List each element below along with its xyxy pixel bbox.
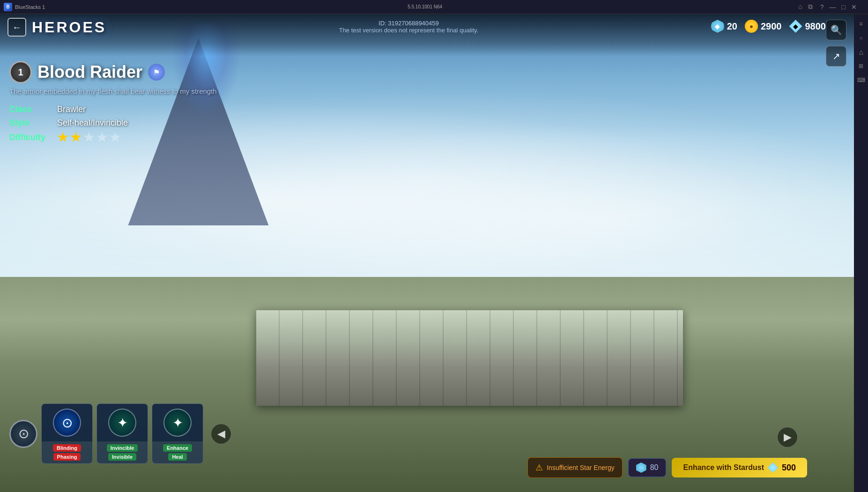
help-icon[interactable]: ? [820,3,824,11]
style-value: Self-heal/Invincible [57,118,128,128]
titlebar: B BlueStacks 1 5.5.10.1001 N64 ⌂ ⧉ ? — □… [0,0,868,14]
gem-value: 20 [727,21,737,32]
top-center: ID: 319270688940459 The test version doe… [106,18,711,34]
skill-3-tags: Enhance Heal [152,441,203,463]
page-title: HEROES [32,19,106,36]
gold-icon: ● [745,20,758,33]
skill-1-icon-area: ⊙ [42,404,92,441]
class-row: Class Brawler [9,104,217,114]
unlock-cost: 500 [782,463,796,473]
test-notice: The test version does not represent the … [339,27,478,34]
nav-section: ← HEROES [7,18,106,37]
unlock-button[interactable]: Enhance with Stardust 500 [672,458,807,477]
sidebar-btn-3[interactable]: △ [855,46,867,58]
hero-stats: Class Brawler Style Self-heal/Invincible… [9,104,217,143]
skill-card-3[interactable]: ✦ Enhance Heal [152,403,203,464]
star-4 [96,132,108,143]
search-button[interactable]: 🔍 [826,20,846,40]
skill-2-icon-area: ✦ [97,404,148,441]
star-2 [70,132,82,143]
gold-value: 2900 [761,21,782,32]
cost-gem-icon [636,462,646,473]
diamond-value: 9800 [805,21,826,32]
class-value: Brawler [57,104,86,114]
star-1 [57,132,68,143]
star-5 [110,132,121,143]
warning-box: ⚠ Insufficient Star Energy [527,457,622,478]
app-title: BlueStacks 1 [15,4,406,10]
sidebar-btn-4[interactable]: ⊞ [855,60,867,72]
hero-description: The armor embedded in my flesh shall bea… [9,87,217,95]
warning-text: Insufficient Star Energy [547,464,614,471]
home-icon[interactable]: ⌂ [798,3,802,11]
top-right-actions: 🔍 ↗ [826,18,846,67]
class-label: Class [9,104,52,114]
close-icon[interactable]: ✕ [851,3,857,11]
sidebar-btn-1[interactable]: ≡ [855,18,867,30]
sidebar-btn-5[interactable]: ⌨ [855,74,867,86]
skill-card-1[interactable]: ⊙ Blinding Phasing [41,403,93,464]
skills-bar: ⊙ ⊙ Blinding Phasing ✦ Invincible Invisi… [9,403,231,464]
currency-bar: ◆ 20 ● 2900 ◆ 9800 [711,18,826,33]
right-sidebar: ≡ ○ △ ⊞ ⌨ [854,14,868,492]
diamond-currency: ◆ 9800 [789,20,826,33]
skill-3-tag-2: Heal [168,453,186,461]
difficulty-stars [57,132,121,143]
share-button[interactable]: ↗ [826,46,846,67]
unlock-label: Enhance with Stardust [683,463,764,472]
gem-icon: ◆ [711,20,724,33]
gem-currency: ◆ 20 [711,20,737,33]
skill-2-tag-2: Invisible [108,453,136,461]
skill-1-icon: ⊙ [53,409,81,437]
titlebar-icons: ⌂ ⧉ [798,3,812,11]
app-version: 5.5.10.1001 N64 [408,4,798,9]
cost-box: 80 [628,458,667,477]
maximize-icon[interactable]: □ [842,3,846,11]
difficulty-label: Difficulty [9,133,52,142]
star-3 [83,132,95,143]
hero-name: Blood Raider [37,62,142,82]
titlebar-right-icons: ? — □ ✕ [820,3,857,11]
skill-1-tag-1: Blinding [53,444,81,452]
top-bar: ← HEROES ID: 319270688940459 The test ve… [0,14,854,56]
gold-currency: ● 2900 [745,20,782,33]
skill-3-icon: ✦ [163,409,192,437]
platform-lines [256,310,683,406]
skill-2-tags: Invincible Invisible [97,441,148,463]
minimize-icon[interactable]: — [830,3,836,11]
skill-2-icon: ✦ [108,409,136,437]
cost-value: 80 [650,463,659,472]
app-icon: B [4,3,12,11]
style-label: Style [9,118,52,128]
skill-1-tag-2: Phasing [53,453,81,461]
user-id: ID: 319270688940459 [378,20,439,27]
back-button[interactable]: ← [7,18,26,37]
game-area: ← HEROES ID: 319270688940459 The test ve… [0,14,854,492]
skill-3-icon-area: ✦ [152,404,203,441]
skill-card-2[interactable]: ✦ Invincible Invisible [96,403,148,464]
diamond-icon: ◆ [789,20,802,33]
hero-header: 1 Blood Raider ⚑ [9,61,217,83]
nav-left-arrow[interactable]: ◀ [211,424,231,444]
skill-1-tags: Blinding Phasing [42,441,92,463]
hero-level-badge: 1 [9,61,32,83]
skill-3-tag-1: Enhance [163,444,192,452]
nav-right-arrow[interactable]: ▶ [777,427,798,447]
warning-icon: ⚠ [535,462,543,473]
skill-2-tag-1: Invincible [107,444,138,452]
difficulty-row: Difficulty [9,132,217,143]
hero-badge-icon: ⚑ [148,64,165,81]
unlock-diamond-icon [768,462,778,473]
style-row: Style Self-heal/Invincible [9,118,217,128]
player-avatar: ⊙ [9,420,37,448]
multi-window-icon[interactable]: ⧉ [808,3,813,11]
bottom-actions: ⚠ Insufficient Star Energy 80 Enhance wi… [527,457,807,478]
hero-info: 1 Blood Raider ⚑ The armor embedded in m… [9,61,217,143]
sidebar-btn-2[interactable]: ○ [855,32,867,44]
